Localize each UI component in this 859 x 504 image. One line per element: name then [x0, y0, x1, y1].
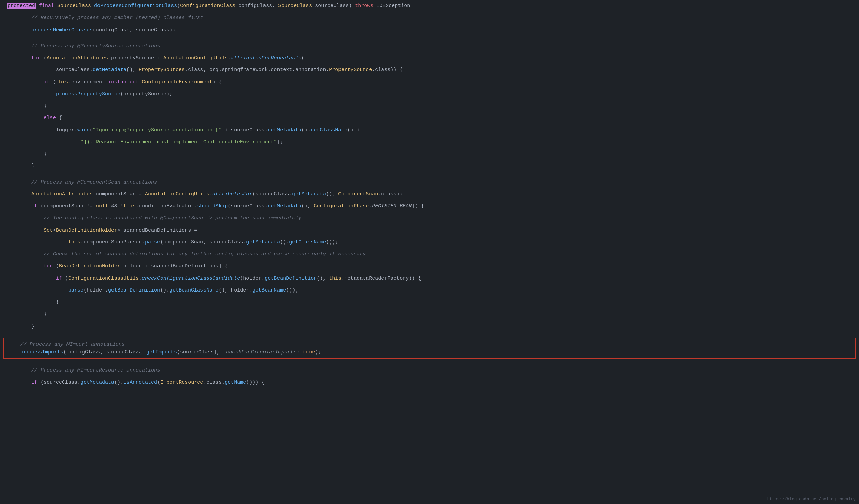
code-line-17: // Process any @ComponentScan annotation…	[0, 176, 859, 188]
code-line-16	[0, 172, 859, 176]
code-line-1: protected final SourceClass doProcessCon…	[0, 0, 859, 12]
code-line-31	[0, 360, 859, 364]
code-line-32: // Process any @ImportResource annotatio…	[0, 364, 859, 376]
code-line-3: processMemberClasses(configClass, source…	[0, 24, 859, 36]
code-line-10: }	[0, 100, 859, 112]
code-line-22: this.componentScanParser.parse(component…	[0, 236, 859, 248]
code-line-24: for (BeanDefinitionHolder holder : scann…	[0, 260, 859, 272]
code-line-18: AnnotationAttributes componentScan = Ann…	[0, 188, 859, 200]
code-line-2: // Recursively process any member (neste…	[0, 12, 859, 24]
code-line-4	[0, 36, 859, 40]
code-line-20: // The config class is annotated with @C…	[0, 212, 859, 224]
code-line-27: }	[0, 296, 859, 308]
import-comment: // Process any @Import annotations	[8, 341, 851, 348]
code-line-19: if (componentScan != null && !this.condi…	[0, 200, 859, 212]
import-call: processImports(configClass, sourceClass,…	[8, 348, 851, 356]
code-line-6: for (AnnotationAttributes propertySource…	[0, 52, 859, 64]
code-line-23: // Check the set of scanned definitions …	[0, 248, 859, 260]
code-line-14: }	[0, 148, 859, 160]
code-line-30	[0, 332, 859, 336]
code-line-15: }	[0, 160, 859, 172]
code-line-8: if (this.environment instanceof Configur…	[0, 76, 859, 88]
code-line-21: Set<BeanDefinitionHolder> scannedBeanDef…	[0, 224, 859, 236]
code-line-26: parse(holder.getBeanDefinition().getBean…	[0, 284, 859, 296]
code-line-12: logger.warn("Ignoring @PropertySource an…	[0, 124, 859, 136]
code-line-28: }	[0, 308, 859, 320]
code-line-5: // Process any @PropertySource annotatio…	[0, 40, 859, 52]
code-line-11: else {	[0, 112, 859, 124]
code-line-9: processPropertySource(propertySource);	[0, 88, 859, 100]
code-container: protected final SourceClass doProcessCon…	[0, 0, 859, 504]
code-line-13: "]). Reason: Environment must implement …	[0, 136, 859, 148]
url-bar: https://blog.csdn.net/boling_cavalry	[764, 495, 859, 504]
code-line-25: if (ConfigurationClassUtils.checkConfigu…	[0, 272, 859, 284]
code-line-29: }	[0, 320, 859, 332]
code-line-33: if (sourceClass.getMetadata().isAnnotate…	[0, 377, 859, 389]
highlighted-section: // Process any @Import annotations proce…	[3, 338, 856, 359]
code-line-7: sourceClass.getMetadata(), PropertySourc…	[0, 64, 859, 76]
